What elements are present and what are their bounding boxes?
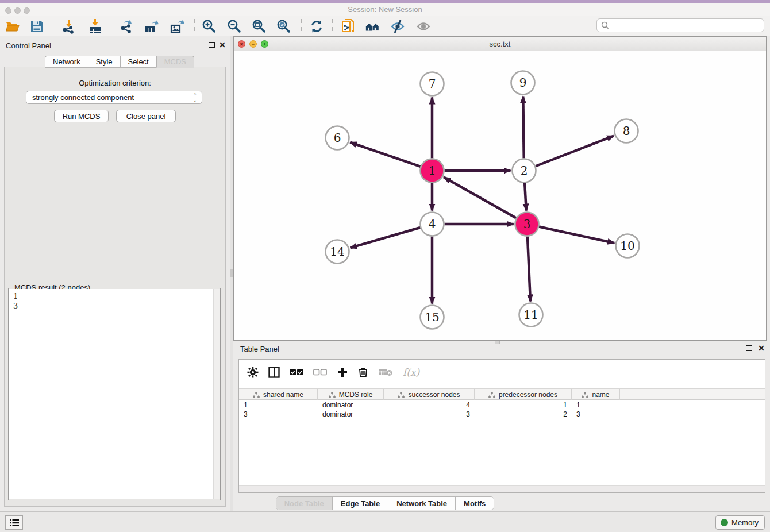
table-body: 1dominator4113dominator323 bbox=[239, 400, 765, 419]
vertical-splitter-handle[interactable] bbox=[230, 269, 233, 277]
graph-edge-3-10[interactable] bbox=[539, 227, 614, 243]
toolbar-separator bbox=[194, 18, 195, 34]
close-panel-icon[interactable]: ✕ bbox=[219, 42, 226, 48]
graph-edge-1-6[interactable] bbox=[350, 142, 420, 167]
first-neighbors-icon[interactable] bbox=[365, 18, 381, 34]
add-column-icon[interactable] bbox=[337, 367, 348, 378]
save-session-icon[interactable] bbox=[29, 18, 45, 34]
delete-icon[interactable] bbox=[358, 367, 368, 378]
table-panel-header-icons: ✕ bbox=[746, 345, 765, 351]
tab-style[interactable]: Style bbox=[88, 56, 120, 68]
table-header-row: shared nameMCDS rolesuccessor nodesprede… bbox=[239, 388, 765, 400]
optimization-criterion-value: strongly connected component bbox=[32, 93, 134, 102]
new-network-from-selection-icon[interactable] bbox=[340, 18, 356, 34]
mcds-result-area[interactable]: 1 3 bbox=[9, 289, 220, 499]
control-panel-title: Control Panel bbox=[6, 41, 51, 50]
column-header-name[interactable]: name bbox=[572, 389, 620, 400]
select-all-icon[interactable] bbox=[290, 368, 303, 376]
tab-network-table[interactable]: Network Table bbox=[388, 497, 456, 510]
zoom-in-icon[interactable] bbox=[201, 18, 217, 34]
tab-edge-table[interactable]: Edge Table bbox=[333, 497, 388, 510]
export-table-icon[interactable] bbox=[144, 18, 160, 34]
graph-edge-4-14[interactable] bbox=[351, 228, 421, 248]
graph-edge-2-9[interactable] bbox=[523, 96, 523, 158]
table-cell[interactable]: dominator bbox=[318, 410, 384, 419]
hide-selected-icon[interactable] bbox=[390, 18, 406, 34]
table-cell[interactable]: 1 bbox=[572, 400, 620, 410]
network-graph: 1234678910111415 bbox=[234, 51, 767, 340]
mcds-result-group: MCDS result (2 nodes) 1 3 bbox=[8, 288, 221, 500]
export-network-icon[interactable] bbox=[118, 18, 134, 34]
tab-network[interactable]: Network bbox=[45, 56, 88, 68]
column-tree-icon bbox=[253, 392, 260, 398]
graph-node-label-11: 11 bbox=[523, 308, 538, 322]
table-horizontal-scrollbar[interactable] bbox=[239, 485, 765, 492]
horizontal-splitter-handle[interactable] bbox=[495, 340, 500, 344]
deselect-all-icon[interactable] bbox=[313, 368, 327, 376]
network-canvas[interactable]: 1234678910111415 bbox=[234, 51, 766, 340]
mcds-result-text: 1 3 bbox=[13, 291, 18, 311]
graph-node-label-8: 8 bbox=[623, 124, 630, 138]
tab-select[interactable]: Select bbox=[120, 56, 156, 68]
mcds-result-scrollbar[interactable] bbox=[213, 289, 220, 499]
import-table-icon[interactable] bbox=[87, 18, 103, 34]
show-hidden-icon[interactable] bbox=[415, 18, 432, 34]
column-label: MCDS role bbox=[339, 391, 373, 399]
graph-edge-2-3[interactable] bbox=[525, 183, 526, 210]
columns-icon[interactable] bbox=[268, 367, 280, 378]
function-builder-icon[interactable]: f(x) bbox=[403, 367, 419, 378]
table-cell[interactable]: 3 bbox=[239, 410, 318, 419]
search-icon bbox=[600, 21, 610, 30]
table-cell[interactable]: 3 bbox=[572, 410, 620, 419]
table-cell[interactable]: 4 bbox=[384, 400, 475, 410]
tab-motifs[interactable]: Motifs bbox=[456, 497, 494, 510]
zoom-out-icon[interactable] bbox=[226, 18, 242, 34]
column-label: name bbox=[592, 391, 609, 399]
tab-mcds[interactable]: MCDS bbox=[156, 56, 194, 68]
float-table-panel-icon[interactable] bbox=[746, 345, 752, 351]
column-tree-icon bbox=[488, 392, 495, 398]
search-input[interactable] bbox=[610, 21, 764, 29]
table-cell[interactable]: dominator bbox=[318, 400, 384, 410]
table-cell[interactable]: 1 bbox=[239, 400, 318, 410]
table-cell[interactable]: 1 bbox=[475, 400, 572, 410]
tab-node-table[interactable]: Node Table bbox=[276, 497, 333, 510]
network-window-titlebar[interactable]: ✕ − + scc.txt bbox=[234, 37, 766, 51]
zoom-fit-icon[interactable] bbox=[251, 18, 267, 34]
column-header-predecessor-nodes[interactable]: predecessor nodes bbox=[475, 389, 572, 400]
table-row[interactable]: 3dominator323 bbox=[239, 410, 765, 419]
graph-node-label-3: 3 bbox=[523, 217, 531, 231]
delete-table-icon[interactable] bbox=[378, 368, 393, 377]
optimization-criterion-select[interactable]: strongly connected component ⌃⌄ bbox=[26, 91, 202, 104]
table-row[interactable]: 1dominator411 bbox=[239, 400, 765, 410]
zoom-selected-icon[interactable] bbox=[275, 18, 291, 34]
open-session-icon[interactable] bbox=[5, 18, 21, 34]
graph-node-label-1: 1 bbox=[429, 164, 436, 178]
table-cell[interactable]: 2 bbox=[475, 410, 572, 419]
refresh-icon[interactable] bbox=[309, 18, 325, 34]
toolbar-separator bbox=[301, 18, 302, 34]
control-panel-header: Control Panel ✕ bbox=[0, 36, 230, 55]
table-cell[interactable]: 3 bbox=[384, 410, 475, 419]
gear-icon[interactable] bbox=[247, 367, 259, 378]
close-panel-button[interactable]: Close panel bbox=[116, 110, 176, 122]
column-tree-icon bbox=[582, 392, 588, 398]
export-image-icon[interactable] bbox=[169, 18, 185, 34]
graph-node-label-10: 10 bbox=[620, 239, 634, 253]
close-table-panel-icon[interactable]: ✕ bbox=[758, 345, 765, 351]
float-panel-icon[interactable] bbox=[209, 42, 215, 48]
graph-edge-3-11[interactable] bbox=[528, 236, 530, 301]
graph-edge-2-8[interactable] bbox=[536, 136, 614, 166]
memory-button[interactable]: Memory bbox=[715, 515, 765, 530]
column-header-shared-name[interactable]: shared name bbox=[239, 389, 318, 400]
column-header-successor-nodes[interactable]: successor nodes bbox=[384, 389, 475, 400]
run-mcds-button[interactable]: Run MCDS bbox=[54, 110, 109, 122]
graph-node-label-15: 15 bbox=[425, 310, 439, 324]
import-network-icon[interactable] bbox=[61, 18, 77, 34]
search-box[interactable] bbox=[596, 18, 764, 32]
memory-button-label: Memory bbox=[732, 518, 759, 527]
graph-edge-3-1[interactable] bbox=[444, 178, 516, 218]
task-history-button[interactable] bbox=[5, 515, 23, 530]
graph-node-label-6: 6 bbox=[334, 131, 341, 145]
column-header-MCDS-role[interactable]: MCDS role bbox=[318, 389, 384, 400]
